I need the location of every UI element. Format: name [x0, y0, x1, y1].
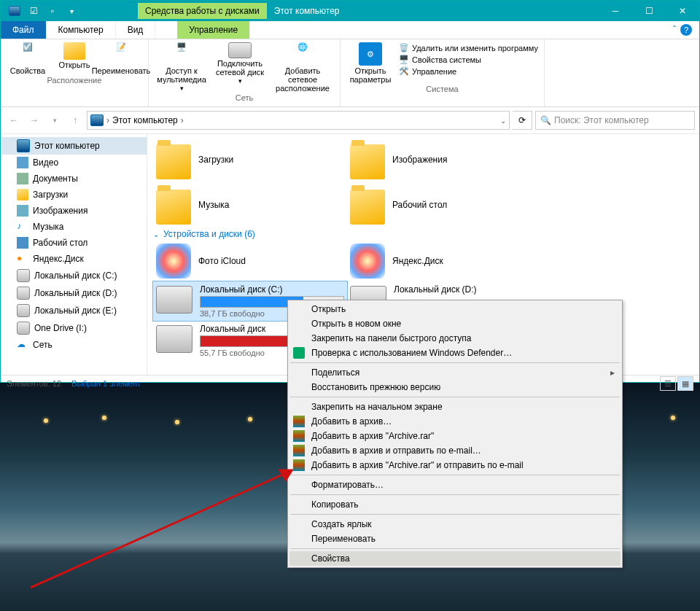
menu-item[interactable]: Создать ярлык — [289, 517, 621, 532]
folder-item[interactable]: Загрузки — [153, 137, 347, 182]
properties-icon: ☑️ — [16, 42, 39, 66]
tab-file[interactable]: Файл — [1, 21, 47, 39]
nav-label: Музыка — [33, 222, 63, 232]
view-icons-button[interactable]: ▦ — [677, 376, 693, 391]
view-details-button[interactable]: ☰ — [660, 376, 676, 391]
nav-item[interactable]: Изображения — [1, 203, 147, 219]
menu-item[interactable]: Свойства — [289, 551, 621, 566]
chevron-down-icon[interactable]: ⌄ — [153, 230, 159, 238]
ribbon-sysprops[interactable]: 🖥️Свойства системы — [397, 54, 540, 65]
folder-item[interactable]: Музыка — [153, 182, 347, 227]
ribbon-admin[interactable]: 🛠️Управление — [397, 66, 540, 77]
qat-pc-icon[interactable] — [7, 3, 23, 19]
menu-label: Поделиться — [311, 367, 359, 378]
drive-label: Локальный диск (D:) — [394, 284, 538, 295]
maximize-button[interactable]: ☐ — [632, 1, 666, 21]
tab-view[interactable]: Вид — [116, 21, 156, 39]
nav-item[interactable]: Документы — [1, 171, 147, 187]
ribbon-group-location: Расположение — [47, 75, 102, 86]
breadcrumb-root[interactable]: Этот компьютер — [112, 115, 178, 125]
qat-props-icon[interactable]: ☑ — [26, 3, 42, 19]
cloud-item[interactable]: Яндекс.Диск — [347, 241, 541, 281]
search-input[interactable]: 🔍 Поиск: Этот компьютер — [535, 111, 695, 130]
nav-forward-button[interactable]: → — [26, 112, 43, 129]
folder-label: Загрузки — [198, 155, 233, 165]
nav-item[interactable]: Загрузки — [1, 187, 147, 203]
qat-new-icon[interactable]: ▫ — [44, 3, 61, 19]
nav-label: Загрузки — [33, 190, 68, 200]
nav-item[interactable]: Этот компьютер — [1, 137, 147, 155]
tab-computer[interactable]: Компьютер — [47, 21, 116, 39]
menu-item[interactable]: Восстановить прежнюю версию — [289, 380, 621, 394]
nav-label: Локальный диск (C:) — [34, 271, 117, 281]
nav-back-button[interactable]: ← — [5, 112, 23, 129]
menu-item[interactable]: Поделиться▸ — [289, 365, 621, 380]
submenu-arrow-icon: ▸ — [610, 367, 615, 378]
nav-item[interactable]: ♪Музыка — [1, 219, 147, 235]
ribbon-netdrive[interactable]: Подключить сетевой диск▾ — [211, 41, 268, 93]
cloud-item[interactable]: Фото iCloud — [153, 241, 347, 281]
ribbon-rename[interactable]: 📝Переименовать — [98, 41, 144, 75]
menu-item[interactable]: Добавить в архив и отправить по e-mail… — [289, 443, 621, 458]
nav-item[interactable]: Локальный диск (D:) — [1, 284, 147, 302]
nav-tree[interactable]: Этот компьютерВидеоДокументыЗагрузкиИзоб… — [1, 134, 147, 375]
refresh-button[interactable]: ⟳ — [513, 111, 532, 130]
ribbon-uninstall[interactable]: 🗑️Удалить или изменить программу — [397, 42, 540, 53]
menu-label: Переименовать — [311, 534, 376, 544]
open-icon — [63, 42, 85, 60]
menu-item[interactable]: Закрепить на панели быстрого доступа — [289, 331, 621, 346]
chevron-right-icon[interactable]: › — [106, 115, 109, 125]
context-tab-drives[interactable]: Средства работы с дисками — [138, 3, 267, 19]
close-button[interactable]: ✕ — [666, 1, 699, 21]
chevron-down-icon[interactable]: ⌄ — [500, 117, 506, 125]
menu-item[interactable]: Закрепить на начальном экране — [289, 400, 621, 414]
menu-item[interactable]: Добавить в архив "Archive.rar" и отправи… — [289, 458, 621, 472]
rar-icon — [293, 445, 305, 456]
menu-item[interactable]: Добавить в архив "Archive.rar" — [289, 429, 621, 443]
ribbon-openparams[interactable]: ⚙Открыть параметры — [345, 41, 396, 84]
nav-recent-button[interactable]: ▾ — [46, 112, 63, 129]
ribbon-open[interactable]: Открыть — [52, 41, 97, 75]
nav-item[interactable]: Локальный диск (C:) — [1, 267, 147, 284]
menu-item[interactable]: Добавить в архив… — [289, 414, 621, 429]
folder-item[interactable]: Изображения — [347, 137, 541, 182]
menu-label: Свойства — [311, 553, 350, 564]
nav-up-button[interactable]: ↑ — [66, 112, 84, 129]
media-icon: 🖥️ — [170, 42, 193, 66]
qat-dropdown-icon[interactable]: ▾ — [63, 3, 79, 19]
tab-manage[interactable]: Управление — [177, 21, 250, 39]
uninstall-icon: 🗑️ — [399, 43, 409, 52]
minimize-button[interactable]: ─ — [599, 1, 632, 21]
titlebar[interactable]: ☑ ▫ ▾ Средства работы с дисками Этот ком… — [1, 1, 699, 21]
nav-item[interactable]: One Drive (I:) — [1, 319, 147, 337]
chevron-right-icon[interactable]: › — [181, 115, 184, 125]
menu-item[interactable]: Копировать — [289, 497, 621, 512]
breadcrumb[interactable]: › Этот компьютер › ⌄ — [87, 111, 510, 130]
nav-item[interactable]: ☁Сеть — [1, 337, 147, 353]
nav-item[interactable]: Видео — [1, 155, 147, 171]
folder-icon — [350, 190, 385, 225]
rar-icon — [293, 416, 305, 427]
section-devices[interactable]: ⌄ Устройства и диски (6) — [153, 227, 699, 241]
nav-label: One Drive (I:) — [34, 323, 87, 333]
nav-item[interactable]: Рабочий стол — [1, 235, 147, 251]
nav-label: Документы — [33, 174, 78, 184]
ribbon-addnet[interactable]: 🌐Добавить сетевое расположение — [270, 41, 335, 93]
menu-item[interactable]: Открыть в новом окне — [289, 316, 621, 331]
menu-item[interactable]: Проверка с использованием Windows Defend… — [289, 346, 621, 360]
nav-label: Изображения — [33, 206, 88, 216]
collapse-ribbon-icon[interactable]: ˆ — [673, 25, 676, 35]
ribbon-properties[interactable]: ☑️Свойства — [5, 41, 50, 75]
ribbon-media[interactable]: 🖥️Доступ к мультимедиа▾ — [153, 41, 210, 93]
menu-label: Добавить в архив и отправить по e-mail… — [311, 445, 481, 456]
folder-item[interactable]: Рабочий стол — [347, 182, 541, 227]
help-icon[interactable]: ? — [680, 24, 692, 36]
menu-item[interactable]: Форматировать… — [289, 478, 621, 492]
folder-label: Рабочий стол — [392, 200, 447, 210]
svg-line-0 — [31, 472, 287, 588]
menu-item[interactable]: Переименовать — [289, 532, 621, 546]
nav-label: Яндекс.Диск — [33, 254, 84, 264]
nav-item[interactable]: Локальный диск (E:) — [1, 302, 147, 319]
menu-item[interactable]: Открыть — [289, 302, 621, 316]
nav-item[interactable]: ●Яндекс.Диск — [1, 251, 147, 267]
